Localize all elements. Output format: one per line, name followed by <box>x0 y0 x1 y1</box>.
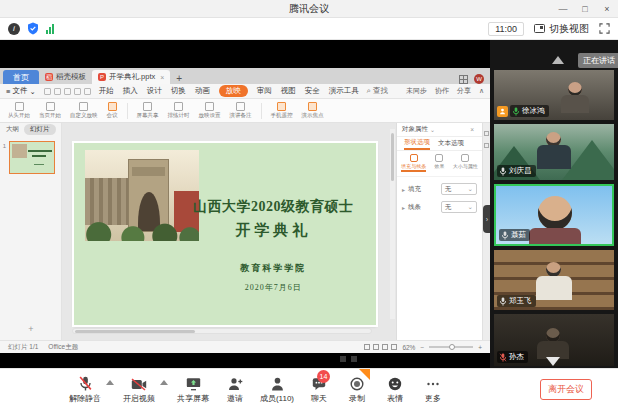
ribbon-from-current[interactable]: 当页开始 <box>39 102 61 119</box>
docer-icon: 稻 <box>45 73 53 81</box>
tab-security[interactable]: 安全 <box>305 86 320 96</box>
slide-subtitle: 教育科学学院 <box>174 262 373 275</box>
chat-button[interactable]: 14 聊天 <box>300 376 338 404</box>
collaborate-button[interactable]: 协作 <box>435 86 449 96</box>
vertical-scrollbar[interactable] <box>390 129 395 319</box>
tab-review[interactable]: 审阅 <box>257 86 272 96</box>
meeting-main-area: 首页 稻 稻壳模板 P 开学典礼.pptx × + W ≡ 文件 ⌄ <box>0 40 618 368</box>
workspace-grid-icon[interactable] <box>459 75 468 84</box>
find-button[interactable]: ⌕ 查找 <box>367 86 388 96</box>
ribbon-speaker-notes[interactable]: 演讲备注 <box>230 102 252 119</box>
collapse-ribbon-icon[interactable]: ∧ <box>479 87 484 95</box>
network-signal-icon <box>46 24 54 34</box>
tab-transition[interactable]: 切换 <box>171 86 186 96</box>
zoom-out-button[interactable]: − <box>420 344 424 351</box>
zoom-slider[interactable] <box>429 346 473 348</box>
ribbon-screen-share[interactable]: 屏幕共享 <box>137 102 159 119</box>
close-button[interactable]: × <box>596 0 618 18</box>
shape-options-tab[interactable]: 形状选项 <box>404 138 430 150</box>
ribbon-rehearse[interactable]: 排练计时 <box>168 102 190 119</box>
tab-view[interactable]: 视图 <box>281 86 296 96</box>
file-menu-button[interactable]: ≡ 文件 ⌄ <box>6 86 36 96</box>
ribbon-from-beginning[interactable]: 从头开始 <box>8 102 30 119</box>
video-tile-2[interactable]: 刘庆昌 <box>494 124 614 180</box>
meeting-info-icon[interactable]: i <box>8 23 20 35</box>
wps-account-avatar[interactable]: W <box>474 74 484 84</box>
video-tile-4[interactable]: 郑玉飞 <box>494 250 614 310</box>
tab-tools[interactable]: 演示工具 <box>329 86 359 96</box>
props-close-icon[interactable]: × <box>470 126 477 133</box>
tab-start[interactable]: 开始 <box>99 86 114 96</box>
tab-slideshow-active[interactable]: 放映 <box>219 85 248 97</box>
emoji-button[interactable]: 表情 <box>376 376 414 404</box>
wps-home-tab[interactable]: 首页 <box>3 70 39 84</box>
fill-line-icon[interactable]: 填充与线条 <box>401 154 426 172</box>
ribbon-separator <box>127 103 128 119</box>
fill-select[interactable]: 无⌄ <box>441 183 477 195</box>
slide-canvas[interactable]: 山西大学2020级教育硕士 开学典礼 教育科学学院 2020年7月6日 <box>62 123 396 340</box>
text-options-tab[interactable]: 文本选项 <box>438 139 464 148</box>
slides-panel: 大纲 幻灯片 1 + <box>0 123 62 340</box>
slide-thumbnail-1[interactable] <box>9 141 55 174</box>
ribbon-custom-show[interactable]: 自定义放映 <box>70 102 98 119</box>
smiley-icon <box>388 377 402 391</box>
fill-expand-icon[interactable]: ▸ <box>402 186 405 193</box>
tab-insert[interactable]: 插入 <box>123 86 138 96</box>
outline-tab[interactable]: 大纲 <box>6 125 19 134</box>
line-expand-icon[interactable]: ▸ <box>402 204 405 211</box>
minimize-button[interactable]: — <box>552 0 574 18</box>
host-badge-icon <box>497 106 508 117</box>
scroll-up-icon[interactable] <box>552 56 564 64</box>
ribbon-show-settings[interactable]: 放映设置 <box>199 102 221 119</box>
object-properties-panel: 对象属性 ⌄ × 形状选项 文本选项 填充与线条 效果 大小与属性 ▸ <box>396 123 482 340</box>
zoom-in-button[interactable]: + <box>478 344 482 351</box>
notes-icon <box>236 102 245 111</box>
members-button[interactable]: 成员(110) <box>254 376 300 404</box>
record-button[interactable]: 录制 <box>338 376 376 404</box>
effects-icon[interactable]: 效果 <box>434 154 444 169</box>
strip-icon[interactable] <box>484 143 489 148</box>
share-screen-icon <box>186 377 201 391</box>
maximize-button[interactable]: □ <box>574 0 596 18</box>
fullscreen-icon[interactable] <box>599 23 610 34</box>
fill-row-label: 填充 <box>408 185 421 194</box>
video-tile-1[interactable]: 徐冰鸿 <box>494 70 614 120</box>
video-tile-3-active-speaker[interactable]: 聂茹 <box>494 184 614 246</box>
cloud-sync-status[interactable]: 未同步 <box>406 86 427 96</box>
layout-icon <box>534 23 545 34</box>
quick-access-toolbar[interactable] <box>44 88 91 95</box>
wps-document-tab[interactable]: P 开学典礼.pptx × <box>92 70 170 84</box>
tab-animation[interactable]: 动画 <box>195 86 210 96</box>
ribbon-separator <box>261 103 262 119</box>
line-select[interactable]: 无⌄ <box>441 201 477 213</box>
start-video-button[interactable]: 开启视频 <box>116 376 162 404</box>
scroll-down-icon[interactable] <box>546 357 560 366</box>
video-sidebar: 正在讲话 徐冰鸿 刘庆昌 <box>490 40 618 368</box>
horizontal-scrollbar[interactable] <box>72 328 372 334</box>
slides-tab[interactable]: 幻灯片 <box>24 124 56 135</box>
ribbon-presenter-focus[interactable]: 演示焦点 <box>302 102 324 119</box>
share-button[interactable]: 分享 <box>457 86 471 96</box>
invite-button[interactable]: 邀请 <box>216 376 254 404</box>
ribbon-tabs: 开始 插入 设计 切换 动画 放映 审阅 视图 安全 演示工具 <box>99 85 359 97</box>
switch-view-button[interactable]: 切换视图 <box>534 22 589 36</box>
participant-name: 刘庆昌 <box>509 166 532 176</box>
more-button[interactable]: 更多 <box>414 376 452 404</box>
ribbon-meeting[interactable]: 会议 <box>107 102 118 119</box>
share-screen-button[interactable]: 共享屏幕 <box>170 376 216 404</box>
add-slide-button[interactable]: + <box>0 324 62 334</box>
new-tab-button[interactable]: + <box>170 73 188 84</box>
unmute-button[interactable]: 解除静音 <box>62 376 108 404</box>
tab-close-icon[interactable]: × <box>160 74 164 81</box>
wps-tabbar: 首页 稻 稻壳模板 P 开学典礼.pptx × + W <box>0 68 490 84</box>
tab-design[interactable]: 设计 <box>147 86 162 96</box>
size-properties-icon[interactable]: 大小与属性 <box>453 154 478 169</box>
view-mode-icons[interactable] <box>364 344 397 350</box>
slide-1[interactable]: 山西大学2020级教育硕士 开学典礼 教育科学学院 2020年7月6日 <box>74 143 376 325</box>
strip-icon[interactable] <box>484 131 489 136</box>
security-shield-icon[interactable] <box>27 22 39 35</box>
leave-meeting-button[interactable]: 离开会议 <box>540 379 592 400</box>
wps-presentation-window: 首页 稻 稻壳模板 P 开学典礼.pptx × + W ≡ 文件 ⌄ <box>0 68 490 353</box>
ribbon-phone-remote[interactable]: 手机遥控 <box>271 102 293 119</box>
wps-docer-tab[interactable]: 稻 稻壳模板 <box>39 70 92 84</box>
